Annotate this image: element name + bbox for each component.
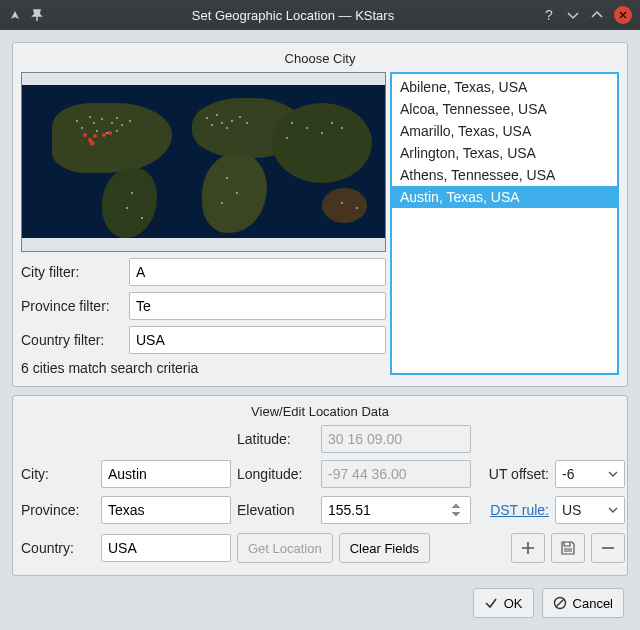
province-filter-input[interactable] <box>129 292 386 320</box>
svg-point-10 <box>106 132 108 134</box>
svg-point-35 <box>83 133 87 137</box>
svg-point-0 <box>76 120 78 122</box>
longitude-field <box>321 460 471 488</box>
cancel-label: Cancel <box>573 596 613 611</box>
svg-point-27 <box>236 192 238 194</box>
svg-point-4 <box>111 122 113 124</box>
ok-label: OK <box>504 596 523 611</box>
svg-point-1 <box>89 116 91 118</box>
svg-point-12 <box>206 117 208 119</box>
svg-point-26 <box>226 177 228 179</box>
svg-point-38 <box>108 131 112 135</box>
province-label: Province: <box>21 502 95 518</box>
city-list[interactable]: Abilene, Texas, USAAlcoa, Tennessee, USA… <box>390 72 619 375</box>
save-icon <box>560 540 576 556</box>
pin-icon[interactable] <box>30 8 44 22</box>
close-button[interactable] <box>614 6 632 24</box>
dialog-footer: OK Cancel <box>12 584 628 618</box>
longitude-label: Longitude: <box>237 466 315 482</box>
chevron-down-icon <box>608 505 618 515</box>
latitude-label: Latitude: <box>237 431 315 447</box>
window-title: Set Geographic Location — KStars <box>44 8 542 23</box>
dst-rule-combo[interactable]: US <box>555 496 625 524</box>
ut-offset-label: UT offset: <box>477 466 549 482</box>
country-filter-input[interactable] <box>129 326 386 354</box>
city-list-item[interactable]: Arlington, Texas, USA <box>392 142 617 164</box>
choose-city-title: Choose City <box>21 51 619 66</box>
city-markers <box>22 73 386 252</box>
svg-point-9 <box>96 130 98 132</box>
ok-button[interactable]: OK <box>473 588 534 618</box>
city-filter-label: City filter: <box>21 264 129 280</box>
chevron-down-icon <box>608 469 618 479</box>
svg-point-22 <box>321 132 323 134</box>
remove-location-button[interactable] <box>591 533 625 563</box>
svg-point-13 <box>216 114 218 116</box>
cancel-icon <box>553 596 567 610</box>
city-list-item[interactable]: Alcoa, Tennessee, USA <box>392 98 617 120</box>
latitude-field <box>321 425 471 453</box>
get-location-button[interactable]: Get Location <box>237 533 333 563</box>
country-label: Country: <box>21 540 95 556</box>
svg-point-16 <box>239 116 241 118</box>
elevation-label: Elevation <box>237 502 315 518</box>
city-filter-input[interactable] <box>129 258 386 286</box>
svg-point-5 <box>116 117 118 119</box>
city-input[interactable] <box>101 460 231 488</box>
dst-rule-label[interactable]: DST rule: <box>477 502 549 518</box>
city-label: City: <box>21 466 95 482</box>
svg-point-31 <box>141 217 143 219</box>
city-list-item[interactable]: Abilene, Texas, USA <box>392 76 617 98</box>
match-status-text: 6 cities match search criteria <box>21 360 386 376</box>
world-map[interactable] <box>21 72 386 252</box>
svg-point-3 <box>101 118 103 120</box>
svg-point-33 <box>356 207 358 209</box>
svg-point-2 <box>93 122 95 124</box>
svg-point-7 <box>129 120 131 122</box>
svg-point-14 <box>221 122 223 124</box>
province-input[interactable] <box>101 496 231 524</box>
svg-point-39 <box>90 141 95 146</box>
svg-point-17 <box>246 122 248 124</box>
svg-point-37 <box>102 133 106 137</box>
plus-icon <box>520 540 536 556</box>
titlebar: Set Geographic Location — KStars ? <box>0 0 640 30</box>
add-location-button[interactable] <box>511 533 545 563</box>
save-location-button[interactable] <box>551 533 585 563</box>
choose-city-group: Choose City <box>12 42 628 387</box>
svg-point-32 <box>341 202 343 204</box>
svg-point-30 <box>126 207 128 209</box>
clear-fields-button[interactable]: Clear Fields <box>339 533 430 563</box>
country-filter-label: Country filter: <box>21 332 129 348</box>
province-filter-label: Province filter: <box>21 298 129 314</box>
ut-offset-combo[interactable]: -6 <box>555 460 625 488</box>
maximize-icon[interactable] <box>590 8 604 22</box>
minus-icon <box>600 540 616 556</box>
svg-point-18 <box>226 127 228 129</box>
minimize-icon[interactable] <box>566 8 580 22</box>
svg-point-28 <box>221 202 223 204</box>
view-edit-group: View/Edit Location Data Latitude: City: … <box>12 395 628 576</box>
svg-point-25 <box>286 137 288 139</box>
dst-rule-value: US <box>562 502 581 518</box>
cancel-button[interactable]: Cancel <box>542 588 624 618</box>
app-menu-icon[interactable] <box>8 8 22 22</box>
check-icon <box>484 596 498 610</box>
help-icon[interactable]: ? <box>542 8 556 22</box>
view-edit-title: View/Edit Location Data <box>21 404 619 419</box>
svg-point-36 <box>93 134 97 138</box>
svg-point-11 <box>116 130 118 132</box>
city-list-item[interactable]: Athens, Tennessee, USA <box>392 164 617 186</box>
city-list-item[interactable]: Austin, Texas, USA <box>392 186 617 208</box>
svg-point-23 <box>331 122 333 124</box>
svg-point-15 <box>231 120 233 122</box>
svg-point-24 <box>341 127 343 129</box>
elevation-input[interactable] <box>321 496 471 524</box>
ut-offset-value: -6 <box>562 466 574 482</box>
svg-point-20 <box>291 122 293 124</box>
svg-point-8 <box>81 127 83 129</box>
svg-point-19 <box>211 124 213 126</box>
svg-point-21 <box>306 127 308 129</box>
city-list-item[interactable]: Amarillo, Texas, USA <box>392 120 617 142</box>
country-input[interactable] <box>101 534 231 562</box>
